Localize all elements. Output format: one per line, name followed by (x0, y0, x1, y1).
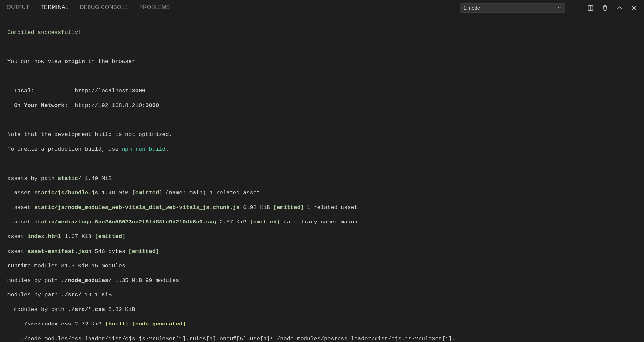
text: 8.82 KiB (105, 306, 135, 313)
generated-tag: [code generated] (132, 321, 186, 327)
asset-path: index.html (27, 233, 61, 240)
loader-chain: ./node_modules/css-loader/dist/cjs.js??r… (7, 336, 455, 342)
close-panel-button[interactable] (630, 4, 638, 12)
npm-command: npm run build (122, 146, 166, 152)
text: 1 related asset (304, 204, 358, 211)
maximize-panel-button[interactable] (616, 4, 624, 12)
chevron-down-icon (557, 5, 562, 11)
text: asset (7, 219, 34, 225)
emitted-tag: [emitted] (95, 233, 125, 240)
module-path: ./src/index.css (21, 321, 71, 327)
panel-tabs: OUTPUT TERMINAL DEBUG CONSOLE PROBLEMS (6, 1, 171, 15)
compiled-message: Compiled successfully! (7, 29, 81, 36)
text: assets by path (7, 175, 58, 182)
network-url: http://192.168.8.210: (71, 102, 145, 109)
text: (auxiliary name: main) (280, 219, 358, 225)
local-label: Local: (7, 88, 71, 94)
network-label: On Your Network: (7, 102, 71, 109)
panel-controls: 1: node (460, 3, 638, 13)
asset-path: static/js/node_modules_web-vitals_dist_w… (34, 204, 240, 211)
emitted-tag: [emitted] (273, 204, 304, 211)
terminal-output[interactable]: Compiled successfully! You can now view … (0, 16, 644, 342)
text: modules by path (7, 306, 68, 313)
terminal-selector-label: 1: node (463, 5, 480, 11)
emitted-tag: [emitted] (250, 219, 280, 225)
asset-size: 2.57 KiB (216, 219, 250, 225)
text: asset (7, 248, 27, 255)
asset-size: 1.49 MiB (81, 175, 112, 182)
asset-size: 546 bytes (91, 248, 128, 255)
text: To create a production build, use (7, 146, 122, 152)
asset-size: 1.67 KiB (61, 233, 95, 240)
asset-size: 6.92 KiB (240, 204, 273, 211)
text (128, 321, 132, 327)
module-path: ./src/ (61, 292, 81, 298)
terminal-selector-dropdown[interactable]: 1: node (460, 3, 565, 13)
kill-terminal-button[interactable] (601, 4, 609, 12)
text: . (165, 146, 169, 152)
asset-path: asset-manifest.json (27, 248, 91, 255)
module-path: ./src/*.css (68, 306, 105, 313)
text: asset (7, 204, 34, 211)
app-name: origin (64, 58, 85, 65)
text: modules by path (7, 292, 61, 298)
split-terminal-button[interactable] (587, 4, 594, 12)
asset-size: 1.48 MiB (98, 190, 132, 196)
tab-terminal[interactable]: TERMINAL (40, 1, 69, 15)
local-port: 3000 (132, 88, 145, 94)
text: (name: main) 1 related asset (162, 190, 260, 196)
network-port: 3000 (145, 102, 159, 109)
runtime-modules: runtime modules 31.3 KiB 15 modules (7, 263, 125, 269)
new-terminal-button[interactable] (572, 4, 580, 12)
asset-path: static/media/logo.6ce24c58023cc2f8fd88fe… (34, 219, 216, 225)
tab-output[interactable]: OUTPUT (6, 1, 30, 15)
built-tag: [built] (105, 321, 128, 327)
text (7, 321, 21, 327)
asset-path: static/js/bundle.js (34, 190, 98, 196)
text: in the browser. (85, 58, 139, 65)
module-path: ./node_modules/ (61, 277, 112, 284)
text: asset (7, 190, 34, 196)
tab-problems[interactable]: PROBLEMS (139, 1, 171, 15)
text: You can now view (7, 58, 64, 65)
emitted-tag: [emitted] (132, 190, 162, 196)
module-size: 2.72 KiB (71, 321, 105, 327)
text: 1.35 MiB 99 modules (112, 277, 179, 284)
note: Note that the development build is not o… (7, 131, 172, 138)
tab-debug-console[interactable]: DEBUG CONSOLE (79, 1, 129, 15)
asset-path: static/ (58, 175, 81, 182)
text: 18.1 KiB (81, 292, 112, 298)
text: modules by path (7, 277, 61, 284)
text: asset (7, 233, 27, 240)
emitted-tag: [emitted] (128, 248, 159, 255)
panel-header: OUTPUT TERMINAL DEBUG CONSOLE PROBLEMS 1… (0, 0, 644, 16)
local-url: http://localhost: (71, 88, 132, 94)
